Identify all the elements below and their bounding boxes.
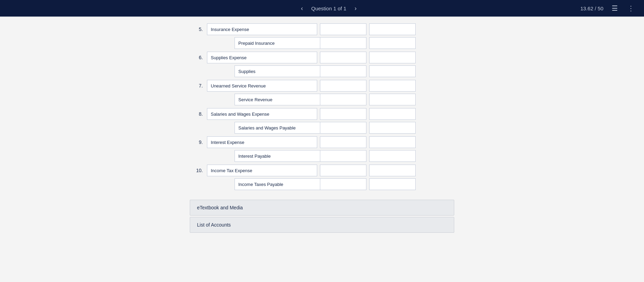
entry-10-debit-amount2-field — [369, 165, 416, 176]
entry-8-credit-account-field — [221, 122, 317, 134]
entry-number-6: 6. — [190, 55, 207, 60]
entry-6-debit-amount2-input[interactable] — [369, 52, 416, 63]
entry-9-credit-amount-field — [320, 150, 366, 162]
entry-9-debit-amount2-input[interactable] — [369, 136, 416, 148]
entry-8-debit-amount-input[interactable] — [320, 108, 366, 120]
entry-5-debit-amount2-input[interactable] — [369, 23, 416, 35]
top-bar-right: 13.62 / 50 ☰ ⋮ — [580, 3, 636, 14]
entry-5-credit-amount-field — [320, 37, 366, 49]
entry-7-debit-amount-input[interactable] — [320, 80, 366, 92]
entry-row-10-credit — [190, 178, 454, 190]
entry-10-credit-amount2-input[interactable] — [369, 178, 416, 190]
entry-7-debit-amount2-input[interactable] — [369, 80, 416, 92]
entry-5-credit-amount2-input[interactable] — [369, 37, 416, 49]
list-icon: ☰ — [612, 4, 618, 12]
entry-7-credit-amount2-field — [369, 94, 416, 105]
etextbook-label: eTextbook and Media — [197, 205, 243, 210]
entry-9-debit-amount-input[interactable] — [320, 136, 366, 148]
entry-7-credit-account-input[interactable] — [235, 94, 331, 105]
top-navigation-bar: ‹ Question 1 of 1 › 13.62 / 50 ☰ ⋮ — [0, 0, 644, 17]
entry-7-debit-amount-field — [320, 80, 366, 92]
entry-row-6-credit — [190, 65, 454, 77]
entry-8-debit-amount2-field — [369, 108, 416, 120]
entry-10-credit-account-input[interactable] — [235, 178, 331, 190]
entry-row-5-credit — [190, 37, 454, 49]
entry-number-8: 8. — [190, 111, 207, 117]
entry-row-5-debit: 5. — [190, 23, 454, 35]
entry-8-credit-account-input[interactable] — [235, 122, 331, 134]
entry-8-debit-amount2-input[interactable] — [369, 108, 416, 120]
entry-8-credit-amount-field — [320, 122, 366, 134]
prev-question-button[interactable]: ‹ — [298, 4, 306, 13]
entry-10-debit-amount2-input[interactable] — [369, 165, 416, 176]
entry-group-8: 8. — [190, 108, 454, 134]
entry-5-debit-amount2-field — [369, 23, 416, 35]
entry-row-8-debit: 8. — [190, 108, 454, 120]
entry-row-9-credit — [190, 150, 454, 162]
entry-9-debit-amount2-field — [369, 136, 416, 148]
list-icon-button[interactable]: ☰ — [610, 3, 619, 14]
entry-5-credit-amount-input[interactable] — [320, 37, 366, 49]
entry-6-credit-account-input[interactable] — [235, 65, 331, 77]
entry-row-8-credit — [190, 122, 454, 134]
entry-group-9: 9. — [190, 136, 454, 162]
entry-6-credit-amount-field — [320, 65, 366, 77]
more-options-button[interactable]: ⋮ — [626, 3, 636, 14]
entry-6-credit-account-field — [221, 65, 317, 77]
score-display: 13.62 / 50 — [580, 6, 603, 11]
entry-row-9-debit: 9. — [190, 136, 454, 148]
entry-7-debit-account-field — [207, 80, 317, 92]
entry-6-debit-account-field — [207, 52, 317, 63]
list-of-accounts-section: List of Accounts — [190, 217, 454, 233]
entry-5-credit-account-input[interactable] — [235, 37, 331, 49]
entry-8-debit-account-input[interactable] — [207, 108, 317, 120]
entry-7-credit-amount2-input[interactable] — [369, 94, 416, 105]
entry-7-credit-account-field — [221, 94, 317, 105]
entry-7-credit-amount-input[interactable] — [320, 94, 366, 105]
entry-10-debit-amount-field — [320, 165, 366, 176]
entry-9-credit-amount2-input[interactable] — [369, 150, 416, 162]
entry-9-credit-amount2-field — [369, 150, 416, 162]
entry-9-credit-account-field — [221, 150, 317, 162]
entry-10-debit-account-input[interactable] — [207, 165, 317, 176]
entry-10-debit-amount-input[interactable] — [320, 165, 366, 176]
entry-group-5: 5. — [190, 23, 454, 49]
entry-5-credit-account-field — [221, 37, 317, 49]
entry-number-5: 5. — [190, 27, 207, 32]
entry-6-credit-amount-input[interactable] — [320, 65, 366, 77]
entry-6-debit-amount-field — [320, 52, 366, 63]
entry-row-7-debit: 7. — [190, 80, 454, 92]
question-navigation: ‹ Question 1 of 1 › — [298, 4, 360, 13]
entry-9-credit-amount-input[interactable] — [320, 150, 366, 162]
entry-10-credit-amount-field — [320, 178, 366, 190]
entry-8-credit-amount2-field — [369, 122, 416, 134]
entry-5-debit-amount-input[interactable] — [320, 23, 366, 35]
entry-8-credit-amount-input[interactable] — [320, 122, 366, 134]
entry-8-credit-amount2-input[interactable] — [369, 122, 416, 134]
entry-5-debit-amount-field — [320, 23, 366, 35]
entry-7-credit-amount-field — [320, 94, 366, 105]
next-question-button[interactable]: › — [352, 4, 360, 13]
entry-5-debit-account-input[interactable] — [207, 23, 317, 35]
entry-6-credit-amount2-input[interactable] — [369, 65, 416, 77]
entry-9-credit-account-input[interactable] — [235, 150, 331, 162]
entry-row-6-debit: 6. — [190, 52, 454, 63]
entry-10-credit-amount-input[interactable] — [320, 178, 366, 190]
entry-6-credit-amount2-field — [369, 65, 416, 77]
entry-number-7: 7. — [190, 83, 207, 88]
entry-10-credit-amount2-field — [369, 178, 416, 190]
entry-6-debit-amount-input[interactable] — [320, 52, 366, 63]
entry-number-10: 10. — [190, 168, 207, 173]
entry-6-debit-account-input[interactable] — [207, 52, 317, 63]
entry-row-7-credit — [190, 94, 454, 105]
entry-number-9: 9. — [190, 139, 207, 145]
entry-5-debit-account-field — [207, 23, 317, 35]
entry-8-debit-account-field — [207, 108, 317, 120]
entry-7-debit-account-input[interactable] — [207, 80, 317, 92]
entry-5-credit-amount2-field — [369, 37, 416, 49]
entry-9-debit-account-input[interactable] — [207, 136, 317, 148]
list-of-accounts-label: List of Accounts — [197, 222, 231, 228]
entry-10-credit-account-field — [221, 178, 317, 190]
entry-group-6: 6. — [190, 52, 454, 77]
content-wrapper: 5. — [184, 23, 460, 233]
